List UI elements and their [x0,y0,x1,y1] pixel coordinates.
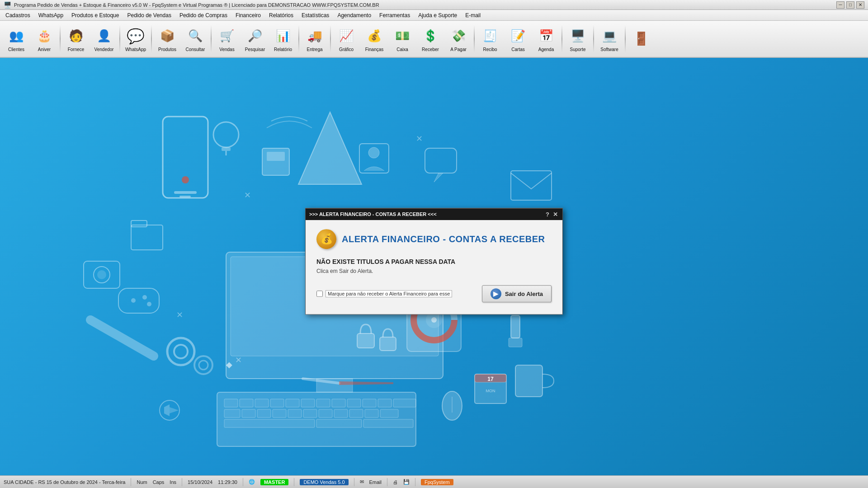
maximize-button[interactable]: □ [846,1,854,9]
svg-rect-14 [316,399,330,407]
dialog-titlebar-buttons[interactable]: ? ✕ [545,211,559,218]
toolbar-suporte[interactable]: 🖥️ Suporte [564,22,591,56]
toolbar-vendedor[interactable]: 👤 Vendedor [90,22,118,56]
svg-point-70 [142,295,147,300]
svg-marker-53 [298,112,362,184]
apagar-icon: 💸 [448,26,468,46]
whatsapp-icon: 💬 [126,26,146,46]
svg-rect-13 [301,399,315,407]
svg-rect-56 [131,225,163,250]
caps-indicator: Caps [153,479,165,485]
svg-rect-57 [131,221,147,227]
svg-rect-47 [380,337,396,351]
svg-point-71 [147,302,151,306]
svg-line-45 [90,320,154,356]
menu-cadastros[interactable]: Cadastros [2,11,34,19]
svg-rect-46 [357,333,374,348]
toolbar-pesquisar[interactable]: 🔎 Pesquisar [241,22,269,56]
software-label: Software [600,47,618,52]
svg-rect-9 [240,399,253,407]
menu-pedido-vendas[interactable]: Pedido de Vendas [123,11,175,19]
menu-produtos-estoque[interactable]: Produtos e Estoque [68,11,123,19]
toolbar-whatsapp[interactable]: 💬 WhatsApp [122,22,149,56]
minimize-button[interactable]: ─ [836,1,844,9]
svg-rect-52 [267,152,285,161]
svg-rect-55 [511,171,552,200]
svg-rect-3 [179,196,191,197]
toolbar-cartas[interactable]: 📝 Cartas [505,22,532,56]
clientes-label: Clientes [8,47,24,52]
svg-rect-24 [288,409,302,418]
toolbar-relatorio[interactable]: 📊 Relatório [269,22,297,56]
menu-whatsapp[interactable]: WhatsApp [35,11,67,19]
sair-alerta-button[interactable]: ▶ Sair do Alerta [482,285,552,302]
menu-agendamento[interactable]: Agendamento [334,11,375,19]
svg-rect-19 [393,399,416,407]
toolbar-agenda[interactable]: 📅 Agenda [533,22,560,56]
svg-rect-2 [174,191,197,194]
toolbar-vendas[interactable]: 🛒 Vendas [213,22,241,56]
toolbar-produtos[interactable]: 📦 Produtos [154,22,181,56]
recibo-label: Recibo [483,47,497,52]
toolbar-aniver[interactable]: 🎂 Aniver [31,22,58,56]
svg-rect-32 [316,419,362,427]
menu-financeiro[interactable]: Financeiro [232,11,264,19]
menu-relatorios[interactable]: Relatórios [265,11,297,19]
grafico-icon: 📈 [336,26,356,46]
dialog-help-button[interactable]: ? [545,211,550,218]
svg-point-43 [194,356,212,374]
toolbar-entrega[interactable]: 🚚 Entrega [301,22,328,56]
svg-text:✕: ✕ [416,134,423,143]
toolbar-sep-1 [60,25,61,52]
agenda-icon: 📅 [536,26,556,46]
menu-estatisticas[interactable]: Estatísticas [298,11,333,19]
toolbar-sep-5 [298,25,299,52]
toolbar-software[interactable]: 💻 Software [596,22,623,56]
receber-label: Receber [422,47,439,52]
toolbar-receber[interactable]: 💲 Receber [417,22,444,56]
disable-alert-checkbox[interactable] [316,291,323,297]
svg-rect-65 [475,374,506,382]
toolbar-apagar[interactable]: 💸 A Pagar [445,22,472,56]
menu-email[interactable]: E-mail [462,11,484,19]
svg-text:✕: ✕ [235,356,242,365]
svg-text:MON: MON [486,389,495,393]
menu-bar: Cadastros WhatsApp Produtos e Estoque Pe… [0,10,868,21]
status-time: 11:29:30 [218,479,237,485]
menu-ferramentas[interactable]: Ferramentas [376,11,414,19]
toolbar: 👥 Clientes 🎂 Aniver 🧑 Fornece 👤 Vendedor… [0,21,868,58]
toolbar-clientes[interactable]: 👥 Clientes [3,22,30,56]
status-demo: DEMO Vendas 5.0 [300,479,348,485]
status-sep-4 [294,478,294,486]
toolbar-recibo[interactable]: 🧾 Recibo [476,22,504,56]
toolbar-sep-8 [561,25,562,52]
dialog-close-button[interactable]: ✕ [552,211,559,218]
menu-ajuda[interactable]: Ajuda e Suporte [415,11,461,19]
svg-point-69 [131,298,136,303]
agenda-label: Agenda [538,47,554,52]
dialog-header: 💰 ALERTA FINANCEIRO - CONTAS A RECEBER [316,229,552,249]
svg-marker-84 [339,381,393,385]
title-bar-controls[interactable]: ─ □ ✕ [836,1,864,9]
svg-rect-63 [515,365,542,397]
svg-text:17: 17 [487,376,494,382]
toolbar-caixa[interactable]: 💵 Caixa [389,22,416,56]
consultar-icon: 🔍 [185,26,205,46]
toolbar-exit[interactable]: 🚪 [627,22,655,56]
dialog-titlebar: >>> ALERTA FINANCEIRO - CONTAS A RECEBER… [306,208,562,220]
relatorio-icon: 📊 [273,26,293,46]
toolbar-grafico[interactable]: 📈 Gráfico [333,22,360,56]
menu-pedido-compras[interactable]: Pedido de Compras [176,11,231,19]
svg-point-74 [368,147,379,158]
close-window-button[interactable]: ✕ [856,1,864,9]
toolbar-fornece[interactable]: 🧑 Fornece [62,22,90,56]
status-bar: SUA CIDADE - RS 15 de Outubro de 2024 - … [0,475,868,488]
sair-icon: ▶ [491,288,501,299]
dialog-content: 💰 ALERTA FINANCEIRO - CONTAS A RECEBER N… [306,220,562,314]
svg-rect-12 [286,399,299,407]
svg-point-48 [213,122,239,147]
svg-rect-73 [359,144,389,173]
toolbar-consultar[interactable]: 🔍 Consultar [182,22,209,56]
dialog-main-title: ALERTA FINANCEIRO - CONTAS A RECEBER [342,234,545,244]
toolbar-financas[interactable]: 💰 Finanças [361,22,388,56]
